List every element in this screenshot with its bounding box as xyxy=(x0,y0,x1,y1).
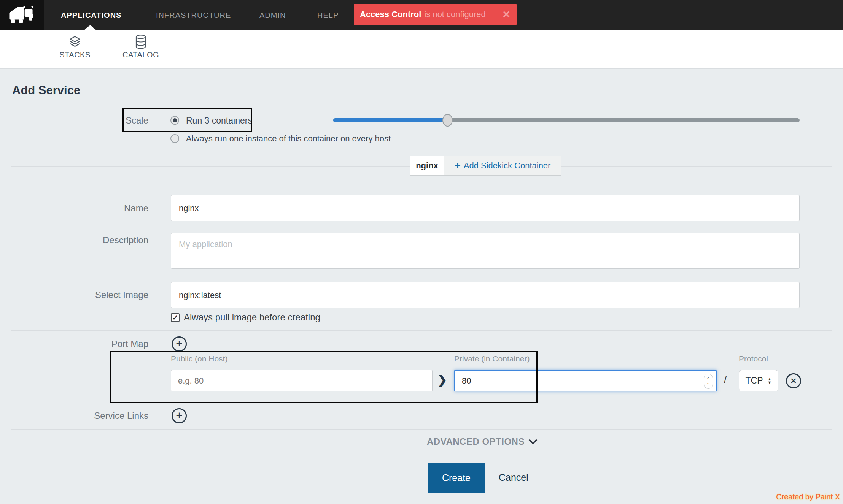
alert-close-icon[interactable]: ✕ xyxy=(502,10,511,19)
scale-slider[interactable] xyxy=(333,118,800,122)
add-port-button[interactable]: + xyxy=(172,336,187,352)
add-sidekick-tab[interactable]: + Add Sidekick Container xyxy=(444,156,561,176)
advanced-options-toggle[interactable]: ADVANCED OPTIONS xyxy=(427,436,536,447)
sub-navbar: STACKS CATALOG xyxy=(0,30,843,69)
port-arrow-icon: ❯ xyxy=(437,373,447,387)
description-label: Description xyxy=(53,235,148,246)
alert-strong-text: Access Control xyxy=(360,10,421,19)
top-navbar: APPLICATIONS INFRASTRUCTURE ADMIN HELP A… xyxy=(0,0,843,30)
scale-slider-handle[interactable] xyxy=(442,114,453,127)
plus-icon: + xyxy=(176,410,183,421)
scale-global-radio[interactable] xyxy=(170,134,179,143)
protocol-value: TCP xyxy=(746,376,763,386)
active-tab-notch xyxy=(84,25,97,30)
scale-run-radio[interactable] xyxy=(170,116,179,125)
subnav-catalog[interactable]: CATALOG xyxy=(117,34,164,59)
plus-icon: + xyxy=(176,338,183,349)
port-map-label: Port Map xyxy=(53,339,148,349)
name-input[interactable] xyxy=(171,195,800,221)
nav-admin[interactable]: ADMIN xyxy=(259,0,286,30)
port-protocol-separator: / xyxy=(724,374,727,386)
name-label: Name xyxy=(53,203,148,214)
layers-icon xyxy=(68,34,82,49)
plus-icon: + xyxy=(455,160,461,172)
protocol-header: Protocol xyxy=(739,354,768,363)
nav-help[interactable]: HELP xyxy=(317,0,339,30)
service-links-label: Service Links xyxy=(53,410,148,421)
public-port-header: Public (on Host) xyxy=(171,354,227,363)
close-circle-icon: ✕ xyxy=(791,376,797,385)
always-pull-label: Always pull image before creating xyxy=(184,312,320,323)
description-input[interactable] xyxy=(171,233,800,269)
add-service-link-button[interactable]: + xyxy=(172,408,187,423)
protocol-select[interactable]: TCP ▲ ▼ xyxy=(739,370,778,391)
always-pull-checkbox[interactable]: ✓ xyxy=(171,313,180,322)
alert-rest-text: is not configured xyxy=(424,10,485,19)
select-image-label: Select Image xyxy=(53,290,148,300)
private-port-input[interactable]: 80 ⌃ ⌄ xyxy=(454,370,717,391)
scale-label: Scale xyxy=(53,115,148,126)
scale-slider-fill xyxy=(333,118,448,122)
scale-global-label: Always run one instance of this containe… xyxy=(186,134,391,144)
number-spinner[interactable]: ⌃ ⌄ xyxy=(704,374,713,389)
private-port-value: 80 xyxy=(462,376,471,386)
subnav-stacks[interactable]: STACKS xyxy=(53,34,97,59)
rancher-logo[interactable] xyxy=(0,0,44,30)
remove-port-button[interactable]: ✕ xyxy=(786,373,801,388)
text-cursor xyxy=(472,375,472,387)
add-service-page: APPLICATIONS INFRASTRUCTURE ADMIN HELP A… xyxy=(0,0,843,504)
chevron-down-icon xyxy=(529,436,538,445)
tab-nginx[interactable]: nginx xyxy=(410,156,444,176)
cancel-button[interactable]: Cancel xyxy=(499,472,528,483)
cow-icon xyxy=(6,5,38,26)
database-icon xyxy=(135,34,147,49)
nav-infrastructure[interactable]: INFRASTRUCTURE xyxy=(156,0,231,30)
scale-run-label: Run 3 containers xyxy=(186,116,252,126)
access-control-alert: Access Control is not configured ✕ xyxy=(354,4,517,25)
page-title: Add Service xyxy=(12,84,80,97)
private-port-header: Private (in Container) xyxy=(454,354,530,363)
public-port-input[interactable] xyxy=(171,370,433,391)
select-caret-icon: ▲ ▼ xyxy=(768,377,772,384)
create-button[interactable]: Create xyxy=(428,463,485,493)
image-input[interactable] xyxy=(171,282,800,308)
watermark-text: Created by Paint X xyxy=(776,493,840,501)
